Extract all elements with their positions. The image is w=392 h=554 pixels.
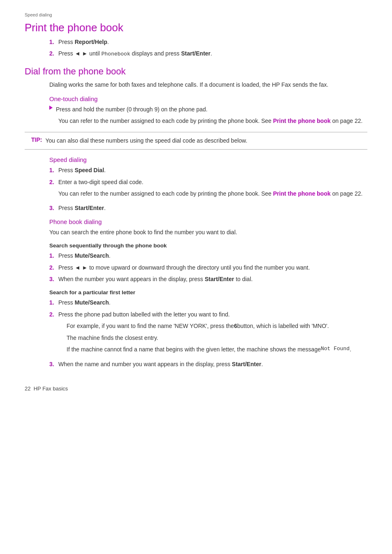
seq-step-3: 3. When the number you want appears in t…: [49, 275, 367, 284]
speed-dialing-section: Speed dialing 1. Press Speed Dial. 2. En…: [25, 156, 367, 369]
one-touch-sub-text: You can refer to the number assigned to …: [58, 118, 273, 124]
letter-step-2-bullets: For example, if you want to find the nam…: [67, 321, 367, 354]
phonebook-code: Phonebook: [101, 51, 130, 57]
arrow-right-icon: ►: [82, 50, 88, 57]
print-step-1: 1. Press Report/Help.: [49, 37, 367, 46]
search-first-letter-heading: Search for a particular first letter: [49, 289, 367, 295]
print-phone-book-steps: 1. Press Report/Help. 2. Press ◄ ► until…: [25, 37, 367, 59]
triangle-bullet-icon: [49, 106, 53, 110]
print-phone-book-link-2[interactable]: Print the phone book: [273, 190, 331, 197]
one-touch-sub-para: You can refer to the number assigned to …: [49, 116, 367, 125]
footer-page-num: 22: [25, 385, 30, 392]
start-enter-label-3: Start/Enter: [205, 276, 234, 282]
report-help-label: Report/Help: [75, 39, 107, 45]
page-label: Speed dialing: [25, 12, 367, 17]
dial-intro-text: Dialing works the same for both faxes an…: [49, 80, 367, 89]
letter-step-1: 1. Press Mute/Search.: [49, 298, 367, 307]
tip-text: You can also dial these numbers using th…: [45, 136, 247, 145]
mute-search-label-2: Mute/Search: [75, 299, 109, 306]
bullet-closest-entry: The machine finds the closest entry.: [67, 333, 367, 342]
phone-book-dialing-intro: You can search the entire phone book to …: [49, 228, 367, 237]
search-sequential-heading: Search sequentially through the phone bo…: [49, 242, 367, 249]
speed-step-2: 2. Enter a two-digit speed dial code. Yo…: [49, 178, 367, 201]
search-sequential-steps: 1. Press Mute/Search. 2. Press ◄ ► to mo…: [49, 251, 367, 284]
not-found-code: Not Found: [321, 345, 350, 353]
speed-step-3: 3. Press Start/Enter.: [49, 203, 367, 212]
arrow-right-icon-2: ►: [82, 264, 88, 271]
start-enter-label: Start/Enter: [181, 50, 211, 57]
search-first-letter-steps: 1. Press Mute/Search. 2. Press the phone…: [49, 298, 367, 369]
speed-dial-label: Speed Dial: [75, 167, 104, 173]
print-phone-book-title: Print the phone book: [25, 21, 367, 34]
bullet-new-york: For example, if you want to find the nam…: [67, 321, 367, 330]
one-touch-link-after: on page 22.: [331, 118, 363, 124]
one-touch-bullet-text: Press and hold the number (0 through 9) …: [56, 105, 367, 114]
arrow-left-icon: ◄: [75, 50, 81, 57]
print-step-2: 2. Press ◄ ► until Phonebook displays an…: [49, 49, 367, 59]
letter-step-3: 3. When the name and number you want app…: [49, 360, 367, 369]
dial-phone-book-title: Dial from the phone book: [25, 66, 367, 77]
seq-step-1: 1. Press Mute/Search.: [49, 251, 367, 260]
speed-dialing-title: Speed dialing: [49, 156, 367, 163]
six-button-label: 6: [234, 321, 237, 330]
tip-label: TIP:: [31, 136, 42, 143]
one-touch-title: One-touch dialing: [49, 95, 367, 102]
one-touch-bullet: Press and hold the number (0 through 9) …: [49, 105, 367, 114]
footer-label: HP Fax basics: [34, 385, 68, 392]
speed-step-2-sub: You can refer to the number assigned to …: [58, 189, 367, 198]
start-enter-label-4: Start/Enter: [232, 361, 261, 367]
letter-step-2: 2. Press the phone pad button labelled w…: [49, 310, 367, 358]
print-phone-book-link-1[interactable]: Print the phone book: [273, 118, 331, 124]
bullet-not-found: If the machine cannot find a name that b…: [67, 345, 367, 354]
speed-dialing-steps: 1. Press Speed Dial. 2. Enter a two-digi…: [49, 166, 367, 212]
footer: 22 HP Fax basics: [25, 385, 367, 392]
seq-step-2: 2. Press ◄ ► to move upward or downward …: [49, 263, 367, 272]
phone-book-dialing-title: Phone book dialing: [49, 218, 367, 225]
tip-box: TIP: You can also dial these numbers usi…: [25, 132, 367, 150]
arrow-left-icon-2: ◄: [75, 264, 81, 271]
start-enter-label-2: Start/Enter: [75, 205, 104, 211]
speed-step-1: 1. Press Speed Dial.: [49, 166, 367, 175]
mute-search-label-1: Mute/Search: [75, 252, 109, 259]
dial-intro: Dialing works the same for both faxes an…: [25, 80, 367, 125]
